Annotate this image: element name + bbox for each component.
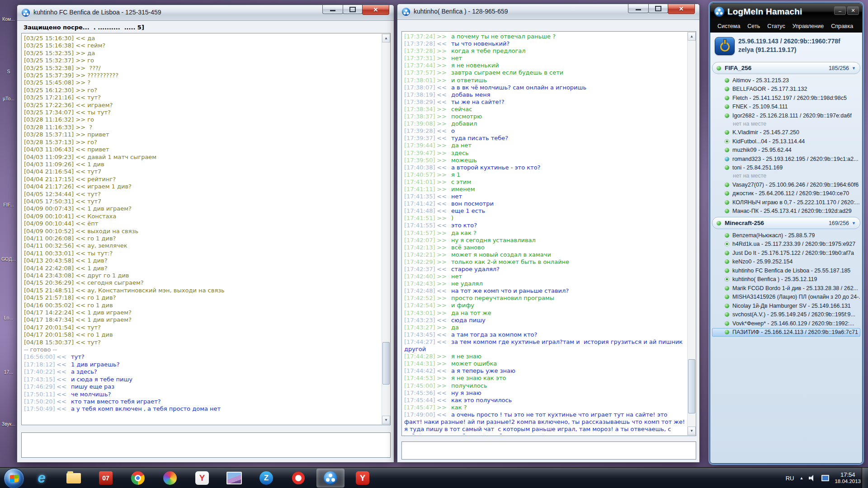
- scroll-down-button[interactable]: ▼: [382, 416, 390, 424]
- menu-item-status[interactable]: Статус: [764, 20, 789, 33]
- scroll-up-button[interactable]: ▲: [382, 34, 390, 42]
- taskbar-icon-internet-explorer[interactable]: e: [28, 469, 55, 487]
- member-row[interactable]: Igor2682 - 25.126.218.111 / 2620:9b::197…: [712, 111, 860, 120]
- member-row[interactable]: keNzo0 - 25.99.252.154: [712, 258, 860, 267]
- member-label: kuhtinho( Benfica ) - 25.35.12.119: [732, 276, 817, 282]
- taskbar-icon-zona[interactable]: Z: [253, 469, 280, 487]
- member-row[interactable]: Vasay27(07) - 25.100.96.246 / 2620:9b::1…: [712, 180, 860, 189]
- maximize-button[interactable]: [343, 5, 363, 14]
- chat-message: [04/17 14:22:24] << 1 див играем?: [24, 309, 381, 316]
- window-titlebar[interactable]: kuhtinho( Benfica ) - 128-965-659 ✕: [397, 4, 699, 20]
- volume-icon[interactable]: [809, 475, 816, 481]
- member-row[interactable]: Aitimov - 25.31.215.23: [712, 76, 860, 85]
- member-row[interactable]: ПАЗИТИФ - 25.166.124.113 / 2620:9b::19a6…: [712, 328, 860, 337]
- member-row[interactable]: svchost(A.V.) - 25.95.149.245 / 2620:9b:…: [712, 310, 860, 319]
- chat-message: [04/11 00:32:56] << ау, землячек: [24, 242, 381, 249]
- taskbar-icon-yandex[interactable]: Y: [189, 469, 216, 487]
- member-row[interactable]: KidFutbol...04 - 25.13.114.44: [712, 137, 860, 146]
- tray-language-indicator[interactable]: RU: [786, 475, 794, 482]
- member-row[interactable]: kuhtinho( Benfica ) - 25.35.12.119: [712, 275, 860, 284]
- chat-message: [17:37:28]>>когда я тебе предлогал: [404, 47, 686, 55]
- minimize-button[interactable]: [322, 5, 343, 14]
- minimize-button[interactable]: [628, 4, 649, 13]
- member-row[interactable]: romand323 - 25.193.162.195 / 2620:9b::19…: [712, 155, 860, 164]
- desktop-icon[interactable]: GOД...: [1, 255, 16, 262]
- minimize-button[interactable]: –: [834, 6, 846, 15]
- power-button[interactable]: [715, 37, 735, 55]
- chat-message: [17:40:57]>>я 1: [404, 171, 686, 178]
- member-row[interactable]: muzhik09 - 25.95.62.44: [712, 146, 860, 155]
- close-button[interactable]: ✕: [847, 6, 859, 15]
- desktop-icon[interactable]: Звук...: [1, 420, 16, 427]
- network-header[interactable]: Minecraft-256169/256▼: [712, 217, 860, 229]
- member-row[interactable]: MISHA31415926 (Лацио) ПЛ (онлайн з 20 до…: [712, 293, 860, 302]
- scroll-down-button[interactable]: ▼: [688, 427, 696, 435]
- taskbar-icon-chrome[interactable]: [124, 469, 151, 487]
- message-input[interactable]: [401, 441, 696, 460]
- close-button[interactable]: ✕: [668, 4, 695, 14]
- maximize-button[interactable]: [648, 4, 668, 13]
- member-row[interactable]: Fletch - 25.141.152.197 / 2620:9b::198d:…: [712, 94, 860, 103]
- window-titlebar[interactable]: kuhtinho FC Benfica de Lisboa - 125-315-…: [17, 5, 394, 21]
- network-header[interactable]: FIFA_256185/256▼: [712, 62, 860, 74]
- message-log[interactable]: [03/25 15:16:30] << да[03/25 15:16:38] <…: [21, 33, 391, 425]
- network-list: FIFA_256185/256▼Aitimov - 25.31.215.23BE…: [712, 61, 860, 337]
- taskbar-icon-fifa07[interactable]: 07: [92, 469, 119, 487]
- message-input[interactable]: [21, 432, 391, 458]
- member-row[interactable]: Just Do It - 25.176.175.122 / 2620:9b::1…: [712, 249, 860, 258]
- hamachi-titlebar[interactable]: LogMeIn Hamachi – ✕: [710, 3, 862, 20]
- chat-message: [16:56:00]<<тут?: [24, 353, 381, 361]
- member-row[interactable]: kuhtinho FC Benfica de Lisboa - 25.55.18…: [712, 266, 860, 275]
- collapse-caret-icon[interactable]: ▼: [852, 221, 856, 225]
- member-row[interactable]: Vovk*Фенер* - 25.146.60.129 / 2620:9b::1…: [712, 319, 860, 328]
- menu-item-manage[interactable]: Управление: [789, 20, 828, 33]
- member-row[interactable]: Benzema(Ньюкасл) - 25.88.5.79: [712, 231, 860, 240]
- desktop-icon[interactable]: Lo...: [1, 314, 16, 320]
- desktop-icon[interactable]: [1, 149, 16, 150]
- menu-item-network[interactable]: Сеть: [744, 20, 764, 33]
- desktop-icon[interactable]: µТо...: [1, 95, 16, 101]
- member-status-icon: [725, 148, 729, 152]
- member-row[interactable]: Marik FCGD Bordo 1-й див - 25.133.28.38 …: [712, 284, 860, 293]
- member-row[interactable]: джостик - 25.64.206.112 / 2620:9b::1940:…: [712, 189, 860, 198]
- chrome-icon: [131, 471, 145, 485]
- member-row[interactable]: КОЛЯНЫЧ играю в 0,7 - 25.222.101.170 / 2…: [712, 198, 860, 207]
- collapse-caret-icon[interactable]: ▼: [852, 66, 856, 70]
- tray-clock[interactable]: 17:54 18.04.2013: [835, 471, 861, 485]
- desktop-icon-label: GOД...: [1, 256, 16, 262]
- start-button[interactable]: [4, 468, 24, 488]
- scrollbar[interactable]: ▲ ▼: [382, 34, 390, 424]
- scroll-up-button[interactable]: ▲: [688, 32, 696, 41]
- taskbar-icon-opera[interactable]: [285, 469, 312, 487]
- member-row[interactable]: toni - 25.84.251.169: [712, 164, 860, 173]
- desktop-icon[interactable]: FIF...: [1, 201, 16, 207]
- taskbar-icon-explorer[interactable]: [60, 469, 87, 487]
- desktop-icon[interactable]: Ком...: [1, 15, 16, 22]
- desktop-icon[interactable]: S: [1, 68, 16, 74]
- show-desktop-button[interactable]: [862, 468, 868, 488]
- close-button[interactable]: ✕: [362, 5, 389, 15]
- member-row[interactable]: BELLFAGOR - 25.177.31.132: [712, 85, 860, 94]
- taskbar-icon-hamachi[interactable]: [317, 469, 344, 487]
- member-row[interactable]: h4Rd1k.ua - 25.117.233.39 / 2620:9b::197…: [712, 240, 860, 249]
- power-icon: [720, 42, 730, 52]
- taskbar-icon-palette-app[interactable]: [156, 469, 184, 487]
- member-row[interactable]: Nicolay 1й-Дв Hamburger SV - 25.149.166.…: [712, 301, 860, 310]
- menu-item-system[interactable]: Система: [714, 20, 744, 33]
- scroll-thumb[interactable]: [382, 342, 390, 385]
- desktop-icon[interactable]: 17...: [1, 368, 16, 375]
- taskbar-icon-yandex-browser[interactable]: Y: [349, 469, 376, 487]
- member-row[interactable]: FNEK - 25.109.54.111: [712, 103, 860, 112]
- hidden-icons-button[interactable]: ▲: [800, 476, 804, 480]
- chat-message: [17:42:52]>>просто переучтановил програм…: [404, 295, 686, 302]
- taskbar-icon-photos[interactable]: [221, 469, 248, 487]
- menu-item-help[interactable]: Справка: [827, 20, 857, 33]
- member-row[interactable]: Манас-ПК - 25.45.173.41 / 2620:9b::192d:…: [712, 207, 860, 216]
- chat-message: -- готово --: [24, 346, 381, 353]
- scrollbar[interactable]: ▲ ▼: [687, 32, 695, 435]
- window-title: kuhtinho FC Benfica de Lisboa - 125-315-…: [33, 9, 161, 16]
- member-row[interactable]: K.Vladimir - 25.145.27.250: [712, 128, 860, 137]
- network-tray-icon[interactable]: [821, 475, 829, 481]
- scroll-thumb[interactable]: [688, 359, 695, 413]
- message-log[interactable]: [17:37:24]>>а почему ты не отвечал раньш…: [401, 31, 696, 436]
